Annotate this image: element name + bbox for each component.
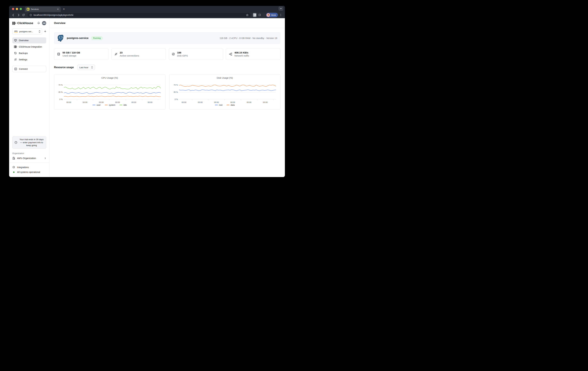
sidebar-item-overview[interactable]: Overview [12, 37, 46, 43]
sidebar-item-settings[interactable]: Settings [12, 57, 46, 63]
svg-text:00:00: 00:00 [230, 101, 235, 103]
svg-text:00:00: 00:00 [115, 101, 120, 103]
status-dot-icon [13, 171, 15, 173]
close-window-button[interactable] [12, 8, 14, 10]
svg-text:00:00: 00:00 [148, 101, 152, 103]
chart-title: Disk Usage (%) [172, 77, 278, 79]
postgresql-elephant-icon [57, 34, 64, 42]
service-selector[interactable]: aws postgres-ser... [12, 28, 42, 34]
tab-services[interactable]: Services ✕ [25, 7, 61, 12]
legend-item-idle[interactable]: idle [119, 104, 127, 106]
network-icon [229, 52, 232, 56]
url-text[interactable]: localhost:8910/postgres/pgkybgnv0s5ii [33, 14, 244, 16]
svg-text:0 %: 0 % [175, 98, 178, 100]
tab-close-icon[interactable]: ✕ [57, 8, 59, 10]
metric-cards: 55 GB / 118 GB Used storage 23 Active co… [54, 48, 280, 60]
chevron-right-icon [44, 157, 46, 160]
svg-text:0 %: 0 % [59, 98, 63, 100]
minimize-window-button[interactable] [16, 8, 18, 10]
back-button[interactable] [11, 13, 15, 17]
clickhouse-favicon-icon [27, 8, 29, 10]
svg-text:70 %: 70 % [58, 84, 63, 86]
sliders-icon [14, 58, 17, 61]
tab-search-chevron-button[interactable] [279, 6, 283, 11]
legend-item-system[interactable]: system [105, 104, 115, 106]
metric-card-used-storage: 55 GB / 118 GB Used storage [54, 48, 108, 60]
aws-logo-icon: aws [14, 30, 18, 33]
bookmark-star-icon[interactable] [246, 14, 249, 16]
extensions-puzzle-icon[interactable] [258, 13, 262, 17]
shield-extension-icon[interactable] [252, 13, 257, 17]
svg-text:00:00: 00:00 [263, 101, 268, 103]
monitor-icon [14, 39, 17, 42]
resource-usage-header: Resource usage Last hour [54, 65, 280, 70]
trial-notice: Your trial ends in 30 days — enter payme… [12, 136, 46, 149]
building-icon [12, 157, 15, 160]
metric-card-active-connections: 23 Active connections [111, 48, 166, 60]
site-info-icon[interactable] [30, 14, 32, 16]
select-updown-icon [91, 66, 93, 69]
svg-text:00:00: 00:00 [99, 101, 104, 103]
profile-avatar: 🐧 [266, 13, 270, 17]
metric-card-disk-iops: 188 Disk IOPS [169, 48, 223, 60]
svg-text:00:00: 00:00 [181, 101, 186, 103]
tab-strip: Services ✕ + [9, 6, 285, 12]
cpu-usage-chart: CPU Usage (%) 0 %35 %70 %00:0000:0000:00… [54, 74, 165, 110]
reload-button[interactable] [21, 13, 26, 17]
service-banner: postgres-service Running 118 GB · 2 vCPU… [54, 32, 280, 44]
browser-profile-button[interactable]: 🐧 Work [266, 13, 278, 17]
chart-title: CPU Usage (%) [56, 77, 163, 79]
history-icon [14, 52, 17, 55]
connect-button[interactable]: Connect [12, 66, 46, 72]
metric-card-network-traffic: 408.15 KB/s Network traffic [226, 48, 280, 60]
zoom-window-button[interactable] [20, 8, 22, 10]
organization-item[interactable]: AM's Organization [12, 157, 46, 160]
svg-text:35 %: 35 % [58, 91, 63, 93]
svg-text:00:00: 00:00 [66, 101, 71, 103]
system-status-item[interactable]: All systems operational [12, 170, 46, 174]
page-title: Overview [54, 22, 65, 25]
connect-icon [14, 68, 17, 70]
puzzle-icon [12, 166, 15, 169]
cpu-usage-plot: 0 %35 %70 %00:0000:0000:0000:0000:0000:0… [56, 80, 163, 103]
window-controls [9, 6, 25, 12]
forward-button[interactable] [16, 13, 21, 17]
screenshot: Services ✕ + localho [0, 0, 294, 185]
legend-item-data[interactable]: data [227, 104, 235, 106]
charts-row: CPU Usage (%) 0 %35 %70 %00:0000:0000:00… [54, 74, 280, 110]
svg-text:00:00: 00:00 [198, 101, 203, 103]
sidebar-item-clickhouse-integration[interactable]: ClickHouse integration [12, 44, 46, 50]
legend-item-root[interactable]: root [215, 104, 222, 106]
sidebar-item-backups[interactable]: Backups [12, 50, 46, 56]
time-range-select[interactable]: Last hour [77, 65, 95, 70]
service-specs: 118 GB · 2 vCPU · 8 GB RAM · No standby … [220, 37, 277, 40]
svg-text:00:00: 00:00 [83, 101, 87, 103]
chart-legend: usersystemidle [56, 104, 163, 106]
service-name: postgres-service [67, 37, 89, 40]
gauge-icon [172, 52, 175, 56]
svg-text:35 %: 35 % [174, 91, 178, 93]
browser-window: Services ✕ + localho [9, 6, 285, 177]
new-tab-button[interactable]: + [63, 8, 65, 11]
brand-name: ClickHouse [17, 21, 37, 25]
sidebar: ClickHouse AM aws postgres-ser... [9, 18, 50, 177]
connections-icon [115, 52, 118, 56]
main-content: Overview postgres-service Running 118 GB… [50, 18, 285, 177]
clickhouse-logo-icon [12, 22, 16, 25]
add-service-button[interactable]: + [44, 30, 46, 33]
resource-usage-title: Resource usage [54, 66, 74, 69]
svg-text:70 %: 70 % [174, 84, 178, 86]
disk-usage-chart: Disk Usage (%) 0 %35 %70 %00:0000:0000:0… [169, 74, 281, 110]
notifications-bell-icon[interactable] [37, 22, 40, 25]
browser-menu-kebab-icon[interactable] [279, 13, 283, 17]
database-icon [57, 52, 60, 56]
legend-item-user[interactable]: user [93, 104, 101, 106]
svg-text:00:00: 00:00 [132, 101, 136, 103]
integrations-item[interactable]: Integrations [12, 165, 46, 170]
browser-toolbar: localhost:8910/postgres/pgkybgnv0s5ii 🐧 … [9, 12, 285, 18]
svg-text:00:00: 00:00 [247, 101, 251, 103]
user-avatar[interactable]: AM [42, 21, 46, 25]
organization-section-label: Organization [12, 152, 46, 155]
address-bar[interactable]: localhost:8910/postgres/pgkybgnv0s5ii [28, 13, 251, 17]
chart-legend: rootdata [172, 104, 278, 106]
